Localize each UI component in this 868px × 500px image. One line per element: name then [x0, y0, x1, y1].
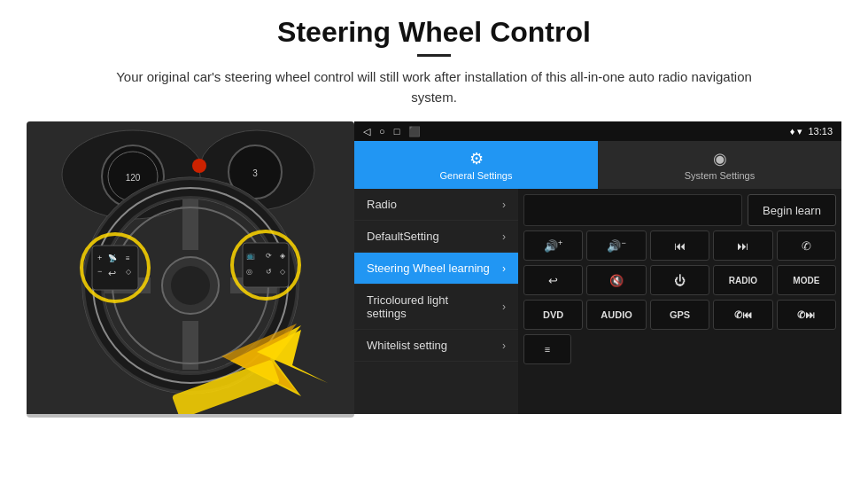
- nav-icons: ◁ ○ □ ⬛: [363, 126, 421, 137]
- vol-down-button[interactable]: 🔊−: [586, 230, 646, 261]
- begin-learn-button[interactable]: Begin learn: [748, 194, 836, 226]
- radio-label: RADIO: [729, 276, 757, 285]
- svg-text:↺: ↺: [266, 268, 272, 276]
- svg-text:−: −: [97, 267, 102, 276]
- steering-wheel-image: 120 3: [27, 121, 354, 418]
- next-button[interactable]: ⏭: [713, 230, 772, 261]
- power-button[interactable]: ⏻: [650, 265, 709, 295]
- general-settings-icon: ⚙: [469, 149, 484, 168]
- chevron-icon: ›: [502, 340, 506, 352]
- page-title: Steering Wheel Control: [27, 16, 841, 49]
- svg-text:◈: ◈: [280, 252, 286, 260]
- home-icon[interactable]: ○: [379, 126, 385, 137]
- status-bar: ◁ ○ □ ⬛ ♦ ▾ 13:13: [354, 121, 841, 141]
- begin-learn-row: Begin learn: [523, 194, 836, 226]
- location-icon: ♦ ▾: [790, 126, 803, 137]
- recents-icon[interactable]: □: [394, 126, 400, 137]
- menu-item-tricolour[interactable]: Tricoloured lightsettings ›: [354, 285, 518, 330]
- svg-text:◎: ◎: [246, 268, 252, 276]
- radio-button[interactable]: RADIO: [713, 265, 772, 295]
- control-buttons-row2: ↩ 🔇 ⏻ RADIO MODE: [523, 265, 836, 295]
- tab-system-label: System Settings: [685, 170, 755, 181]
- svg-rect-30: [243, 243, 289, 287]
- status-right: ♦ ▾ 13:13: [790, 126, 833, 137]
- menu-steering-label: Steering Wheel learning: [367, 262, 490, 275]
- page-subtitle: Your original car's steering wheel contr…: [97, 67, 771, 107]
- next-track-icon: ⏭: [737, 239, 748, 253]
- hang-up-button[interactable]: ↩: [523, 265, 583, 295]
- chevron-icon: ›: [502, 230, 506, 243]
- gps-button[interactable]: GPS: [650, 300, 709, 330]
- phone-icon: ✆: [802, 239, 811, 253]
- power-icon: ⏻: [674, 274, 686, 287]
- bottom-buttons: DVD AUDIO GPS ✆⏮ ✆⏭: [523, 300, 836, 330]
- menu-whitelist-label: Whitelist setting: [367, 339, 447, 352]
- audio-label: AUDIO: [601, 309, 632, 320]
- menu-item-whitelist[interactable]: Whitelist setting ›: [354, 330, 518, 362]
- hang-up-icon: ↩: [548, 274, 558, 287]
- tel-next-icon: ✆⏭: [797, 309, 815, 321]
- chevron-icon: ›: [502, 262, 506, 275]
- menu-tricolour-label: Tricoloured lightsettings: [367, 293, 448, 320]
- mode-button[interactable]: MODE: [777, 265, 836, 295]
- dvd-button[interactable]: DVD: [523, 300, 583, 330]
- svg-text:≡: ≡: [126, 254, 130, 262]
- title-underline: [417, 54, 451, 57]
- svg-point-20: [171, 266, 210, 305]
- gps-label: GPS: [670, 309, 690, 320]
- chevron-icon: ›: [502, 301, 506, 313]
- vol-down-icon: 🔊−: [607, 238, 625, 253]
- mode-label: MODE: [793, 276, 819, 285]
- content-row: 120 3: [27, 121, 841, 418]
- svg-text:⟳: ⟳: [266, 252, 272, 260]
- svg-text:3: 3: [252, 168, 258, 178]
- control-buttons-row1: 🔊+ 🔊− ⏮ ⏭ ✆: [523, 230, 836, 261]
- svg-text:120: 120: [126, 173, 141, 183]
- vol-up-button[interactable]: 🔊+: [523, 230, 583, 261]
- mute-icon: 🔇: [609, 274, 624, 287]
- prev-track-icon: ⏮: [674, 239, 686, 253]
- svg-text:+: +: [97, 254, 102, 262]
- tel-prev-button[interactable]: ✆⏮: [713, 300, 772, 330]
- right-panel: Begin learn 🔊+ 🔊− ⏮: [518, 189, 841, 414]
- key-input[interactable]: [523, 194, 742, 226]
- prev-button[interactable]: ⏮: [650, 230, 709, 261]
- dvd-label: DVD: [543, 309, 563, 320]
- svg-text:◇: ◇: [126, 268, 132, 276]
- tab-bar: ⚙ General Settings ◉ System Settings: [354, 141, 841, 189]
- menu-item-default[interactable]: DefaultSetting ›: [354, 221, 518, 253]
- back-icon[interactable]: ◁: [363, 126, 370, 137]
- svg-point-8: [192, 159, 206, 173]
- svg-text:📺: 📺: [246, 251, 255, 260]
- chevron-icon: ›: [502, 199, 506, 211]
- main-content: Radio › DefaultSetting › Steering Wheel …: [354, 189, 841, 414]
- svg-text:📡: 📡: [108, 254, 117, 262]
- svg-text:◇: ◇: [280, 268, 286, 276]
- system-settings-icon: ◉: [713, 149, 727, 168]
- tel-next-button[interactable]: ✆⏭: [777, 300, 836, 330]
- tab-general-label: General Settings: [440, 170, 513, 181]
- phone-button[interactable]: ✆: [777, 230, 836, 261]
- settings-menu: Radio › DefaultSetting › Steering Wheel …: [354, 189, 518, 414]
- tab-general[interactable]: ⚙ General Settings: [354, 141, 598, 189]
- menu-default-label: DefaultSetting: [367, 230, 439, 243]
- vol-up-icon: 🔊+: [544, 238, 562, 253]
- list-icon: ≡: [545, 344, 550, 355]
- menu-item-radio[interactable]: Radio ›: [354, 189, 518, 221]
- page-wrapper: Steering Wheel Control Your original car…: [0, 0, 868, 426]
- svg-text:↩: ↩: [108, 268, 116, 278]
- menu-icon[interactable]: ⬛: [408, 126, 421, 137]
- menu-item-steering[interactable]: Steering Wheel learning ›: [354, 253, 518, 285]
- tel-prev-icon: ✆⏮: [734, 309, 752, 321]
- audio-button[interactable]: AUDIO: [586, 300, 646, 330]
- list-button[interactable]: ≡: [523, 334, 571, 364]
- tab-system[interactable]: ◉ System Settings: [598, 141, 841, 189]
- extra-row: ≡: [523, 334, 836, 364]
- menu-radio-label: Radio: [367, 198, 397, 211]
- mute-button[interactable]: 🔇: [586, 265, 646, 295]
- tablet-ui: ◁ ○ □ ⬛ ♦ ▾ 13:13 ⚙ General Settings ◉: [354, 121, 841, 414]
- clock: 13:13: [808, 126, 833, 137]
